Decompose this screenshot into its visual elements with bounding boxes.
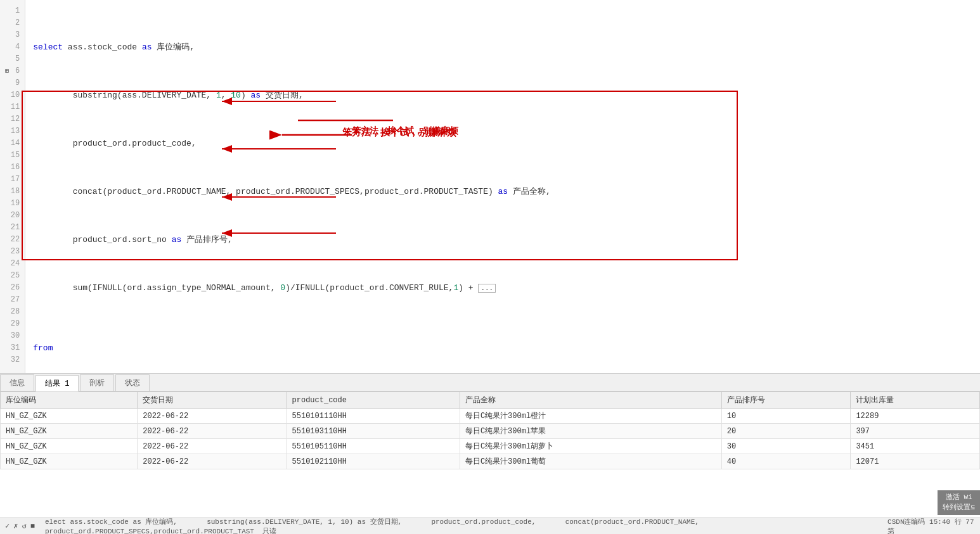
tab-info[interactable]: 信息	[0, 374, 34, 391]
col-header-product-name: 产品全称	[460, 392, 721, 409]
table-cell: 5510102110HH	[287, 454, 460, 469]
table-cell: 2022-06-22	[138, 454, 287, 469]
line-numbers: 1 2 3 4 5 ⊞6 9 10 11 12 13 14 15 16 17 1…	[0, 0, 25, 373]
table-cell: 2022-06-22	[138, 409, 287, 424]
results-table: 库位编码 交货日期 product_code 产品全称 产品排序号 计划出库量 …	[0, 391, 980, 469]
table-cell: 10	[721, 409, 851, 424]
table-cell: 5510103110HH	[287, 424, 460, 439]
table-cell: 397	[851, 424, 980, 439]
table-cell: 12289	[851, 409, 980, 424]
table-row: HN_GZ_GZK2022-06-225510103110HH每日C纯果汁300…	[1, 424, 980, 439]
table-header-row: 库位编码 交货日期 product_code 产品全称 产品排序号 计划出库量	[1, 392, 980, 409]
table-cell: 5510105110HH	[287, 439, 460, 454]
table-cell: 2022-06-22	[138, 424, 287, 439]
table-cell: 每日C纯果汁300ml橙汁	[460, 409, 721, 424]
table-cell: 12071	[851, 454, 980, 469]
refresh-icon: ↺	[22, 521, 26, 531]
col-header-date: 交货日期	[138, 392, 287, 409]
status-icons: ✓ ✗ ↺ ■	[5, 521, 35, 531]
table-cell: HN_GZ_GZK	[1, 439, 138, 454]
table-cell: 5510101110HH	[287, 409, 460, 424]
col-header-qty: 计划出库量	[851, 392, 980, 409]
table-cell: 每日C纯果汁300ml苹果	[460, 424, 721, 439]
table-row: HN_GZ_GZK2022-06-225510105110HH每日C纯果汁300…	[1, 439, 980, 454]
check-icon: ✓	[5, 521, 10, 531]
col-header-sort: 产品排序号	[721, 392, 851, 409]
table-cell: 每日C纯果汁300ml胡萝卜	[460, 439, 721, 454]
watermark-line1: 激活 Wi	[943, 493, 975, 502]
x-icon: ✗	[13, 521, 18, 531]
table-cell: 30	[721, 439, 851, 454]
table-cell: HN_GZ_GZK	[1, 424, 138, 439]
table-cell: HN_GZ_GZK	[1, 409, 138, 424]
col-header-stock: 库位编码	[1, 392, 138, 409]
table-cell: 3451	[851, 439, 980, 454]
tab-analysis[interactable]: 剖析	[80, 374, 114, 391]
code-editor[interactable]: 1 2 3 4 5 ⊞6 9 10 11 12 13 14 15 16 17 1…	[0, 0, 980, 374]
results-area: 库位编码 交货日期 product_code 产品全称 产品排序号 计划出库量 …	[0, 391, 980, 534]
tab-status[interactable]: 状态	[115, 374, 150, 391]
table-cell: 2022-06-22	[138, 439, 287, 454]
status-bar: ✓ ✗ ↺ ■ elect ass.stock_code as 库位编码, su…	[0, 518, 980, 534]
stop-icon: ■	[30, 522, 35, 531]
table-cell: HN_GZ_GZK	[1, 454, 138, 469]
table-cell: 40	[721, 454, 851, 469]
status-sql-preview: elect ass.stock_code as 库位编码, substring(…	[45, 517, 877, 535]
status-bar-right: CSDN连编码 15:40 行 77第	[887, 517, 975, 535]
code-content[interactable]: select ass.stock_code as 库位编码, substring…	[25, 0, 980, 373]
status-position: CSDN连编码 15:40 行 77第	[887, 517, 975, 535]
col-header-product-code: product_code	[287, 392, 460, 409]
tab-result1[interactable]: 结果 1	[35, 375, 79, 391]
table-cell: 每日C纯果汁300ml葡萄	[460, 454, 721, 469]
table-row: HN_GZ_GZK2022-06-225510101110HH每日C纯果汁300…	[1, 409, 980, 424]
table-row: HN_GZ_GZK2022-06-225510102110HH每日C纯果汁300…	[1, 454, 980, 469]
result-tabs[interactable]: 信息 结果 1 剖析 状态	[0, 374, 980, 391]
bottom-section: 信息 结果 1 剖析 状态 库位编码 交货日期 product_code 产品全…	[0, 374, 980, 534]
watermark: 激活 Wi 转到设置⊆	[938, 490, 980, 515]
table-cell: 20	[721, 424, 851, 439]
watermark-line2: 转到设置⊆	[943, 503, 975, 512]
